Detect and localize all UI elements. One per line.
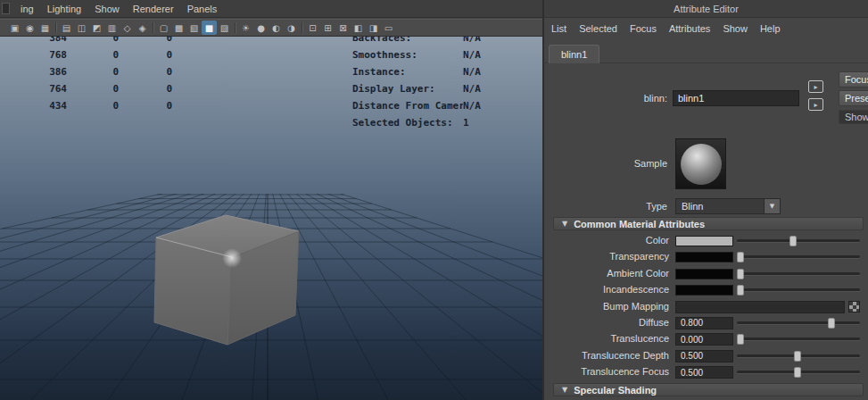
field-chart-icon[interactable]: ▥ <box>104 21 120 35</box>
ae-menu-item[interactable]: List <box>551 23 566 34</box>
shaded-mode-icon[interactable]: ■ <box>202 21 217 35</box>
xray-joints-icon[interactable]: ⊠ <box>335 21 351 35</box>
viewport-canvas[interactable]: 384 0 0 768 0 0 386 0 0 764 0 0 434 <box>0 37 542 400</box>
output-connection-button[interactable]: ▸ <box>808 98 823 111</box>
section-common-material-attributes[interactable]: ▼ Common Material Attributes <box>553 217 864 230</box>
motion-blur-icon[interactable]: ◑ <box>284 21 299 35</box>
hud-info-value: N/A <box>463 37 481 46</box>
ae-menu-item[interactable]: Focus <box>630 23 657 34</box>
diffuse-slider[interactable] <box>737 318 860 329</box>
slider-handle[interactable] <box>737 334 744 345</box>
slider-handle[interactable] <box>789 236 797 246</box>
slider-handle[interactable] <box>794 367 801 378</box>
presets-button[interactable]: Presets <box>839 90 868 106</box>
color-slider[interactable] <box>737 236 860 246</box>
gate-mask-icon[interactable]: ◩ <box>89 21 104 35</box>
hud-count-component: 0 <box>119 63 172 80</box>
textured-mode-icon[interactable]: ▨ <box>217 21 232 35</box>
show-hide-button[interactable]: Show <box>839 110 868 124</box>
slider-track <box>737 288 860 291</box>
translucence-slider[interactable] <box>737 334 860 345</box>
section-specular-shading[interactable]: ▼ Specular Shading <box>553 383 864 396</box>
gamma-icon[interactable]: ◨ <box>366 21 381 35</box>
material-sample-swatch[interactable] <box>675 138 726 189</box>
translucence-value-input[interactable] <box>675 333 733 346</box>
smooth-shade-icon[interactable]: ▧ <box>186 21 202 35</box>
isolate-select-icon[interactable]: ⊡ <box>305 21 320 35</box>
ae-menu-item[interactable]: Show <box>723 23 748 34</box>
exposure-icon[interactable]: ◧ <box>351 21 366 35</box>
hud-count-component: 0 <box>119 37 172 46</box>
safe-title-icon[interactable]: ◈ <box>135 21 150 35</box>
incandescence-label: Incandescence <box>544 284 669 295</box>
ambient-color-swatch[interactable] <box>675 269 733 279</box>
shadows-icon[interactable]: ● <box>253 21 269 35</box>
camera-lock-icon[interactable]: ◉ <box>22 21 37 35</box>
texture-map-button[interactable] <box>848 301 860 312</box>
color-swatch[interactable] <box>675 236 733 246</box>
hud-info-value: 1 <box>463 114 469 131</box>
use-all-lights-icon[interactable]: ☀ <box>238 21 253 35</box>
tab-blinn1[interactable]: blinn1 <box>549 45 599 63</box>
ae-menu-item[interactable]: Help <box>760 23 781 34</box>
resolution-gate-icon[interactable]: ◫ <box>74 21 89 35</box>
translucence-depth-slider[interactable] <box>737 351 860 362</box>
menu-item[interactable]: Show <box>95 4 120 14</box>
grid-toggle-icon[interactable]: ▦ <box>37 21 53 35</box>
ae-menu-item[interactable]: Attributes <box>669 23 710 34</box>
ambient-color-label: Ambient Color <box>544 268 669 279</box>
menu-item[interactable]: Lighting <box>47 4 82 14</box>
attribute-editor-titlebar: Attribute Editor <box>544 0 868 18</box>
transparency-swatch[interactable] <box>675 252 733 262</box>
input-connection-button[interactable]: ▸ <box>808 80 823 93</box>
hud-count-selected: 0 <box>67 37 119 46</box>
hud-info-label: Selected Objects: <box>352 114 453 131</box>
bump-mapping-field[interactable] <box>675 301 845 313</box>
cube-object[interactable] <box>152 212 305 347</box>
hud-info-label: Instance: <box>352 63 406 80</box>
node-name-input[interactable] <box>673 90 799 106</box>
hud-count-total: 764 <box>27 80 67 97</box>
select-camera-icon[interactable]: ▣ <box>7 21 22 35</box>
menu-item[interactable]: Panels <box>187 4 218 14</box>
ambient-occlusion-icon[interactable]: ◐ <box>269 21 284 35</box>
hud-info-row: Instance: N/A <box>352 63 511 80</box>
attr-row-transparency: Transparency <box>544 249 868 265</box>
sample-sphere <box>681 144 722 185</box>
chevron-down-icon[interactable]: ▼ <box>764 199 780 213</box>
hud-info-block: Backfaces: N/A Smoothness: N/A Instance:… <box>352 37 511 131</box>
snapshot-icon[interactable]: ▭ <box>381 21 396 35</box>
material-type-value: Blinn <box>676 201 764 212</box>
menu-item[interactable]: ing <box>21 4 34 14</box>
incandescence-swatch[interactable] <box>675 285 733 296</box>
hud-info-value: N/A <box>463 80 481 97</box>
hud-info-value: N/A <box>463 63 481 80</box>
slider-handle[interactable] <box>737 269 744 279</box>
translucence-focus-slider[interactable] <box>737 367 860 378</box>
xray-icon[interactable]: ⊞ <box>320 21 335 35</box>
slider-handle[interactable] <box>794 351 801 362</box>
connection-arrow-icon: ▸ <box>814 101 817 109</box>
wireframe-mode-icon[interactable]: ▢ <box>156 21 171 35</box>
flat-shade-icon[interactable]: ▩ <box>171 21 186 35</box>
menu-item[interactable]: Renderer <box>133 4 174 14</box>
diffuse-value-input[interactable] <box>675 317 733 329</box>
translucence-focus-value-input[interactable] <box>675 366 733 379</box>
slider-handle[interactable] <box>737 252 744 262</box>
focus-button[interactable]: Focus <box>839 71 868 88</box>
translucence-depth-value-input[interactable] <box>675 350 733 362</box>
panel-menu-icon[interactable] <box>2 3 10 14</box>
hud-info-label: Display Layer: <box>352 80 435 97</box>
incandescence-slider[interactable] <box>737 285 860 296</box>
transparency-slider[interactable] <box>737 252 860 262</box>
hud-info-row: Distance From Camera: N/A <box>352 97 511 114</box>
slider-handle[interactable] <box>737 285 744 296</box>
ambient-color-slider[interactable] <box>737 269 860 279</box>
collapse-arrow-icon: ▼ <box>562 220 567 228</box>
slider-handle[interactable] <box>828 318 835 329</box>
ae-menu-item[interactable]: Selected <box>579 23 617 34</box>
safe-action-icon[interactable]: ◇ <box>120 21 135 35</box>
attr-row-bump-mapping: Bump Mapping <box>544 299 868 315</box>
material-type-dropdown[interactable]: Blinn ▼ <box>675 198 781 214</box>
film-gate-icon[interactable]: ▤ <box>59 21 74 35</box>
